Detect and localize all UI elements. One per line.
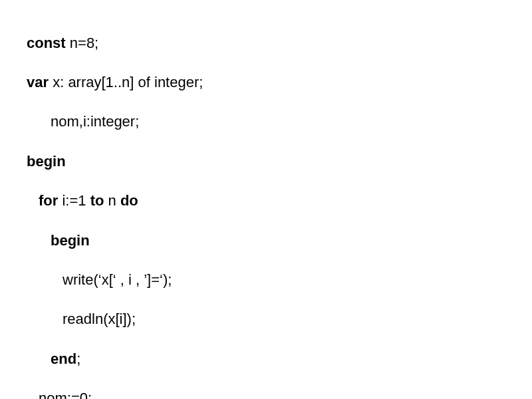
keyword-for: for <box>39 192 58 209</box>
code-line-4: begin <box>27 152 532 172</box>
keyword-begin: begin <box>27 153 66 170</box>
code-line-10: nom:=0; <box>27 388 532 399</box>
code-line-7: write(‘x[‘ , i , ’]=‘); <box>27 270 532 290</box>
keyword-const: const <box>27 35 66 51</box>
code-block: const n=8; var x: array[1..n] of integer… <box>27 13 532 399</box>
keyword-begin: begin <box>51 232 90 249</box>
code-line-9: end; <box>27 349 532 369</box>
code-text: n=8; <box>66 35 99 51</box>
code-text: ; <box>76 350 80 367</box>
code-line-3: nom,i:integer; <box>27 112 532 132</box>
code-line-1: const n=8; <box>27 33 532 53</box>
code-text: nom,i:integer; <box>51 113 139 130</box>
keyword-var: var <box>27 74 49 90</box>
code-text: x: array[1..n] of integer; <box>49 74 203 90</box>
code-text: n <box>104 192 120 209</box>
code-text: write(‘x[‘ , i , ’]=‘); <box>63 271 172 288</box>
keyword-end: end <box>51 350 76 367</box>
keyword-do: do <box>120 192 138 209</box>
code-line-2: var x: array[1..n] of integer; <box>27 72 532 92</box>
code-line-6: begin <box>27 231 532 251</box>
code-text: i:=1 <box>58 192 90 209</box>
code-text: readln(x[i]); <box>63 311 136 327</box>
keyword-to: to <box>90 192 104 209</box>
code-line-8: readln(x[i]); <box>27 309 532 329</box>
code-line-5: for i:=1 to n do <box>27 191 532 211</box>
code-text: nom:=0; <box>39 390 92 399</box>
